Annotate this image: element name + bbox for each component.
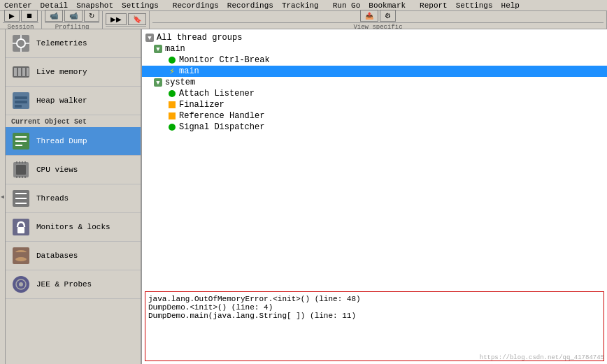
tree-thread-signal-icon xyxy=(167,122,177,132)
watermark: https://blog.csdn.net/qq_41784745 xyxy=(480,354,604,361)
toolbar-run-label xyxy=(106,26,146,27)
menu-report[interactable]: Report xyxy=(415,1,452,10)
sidebar-collapse-handle[interactable]: ◀ xyxy=(0,29,6,364)
tree-thread-attach-icon xyxy=(167,89,177,99)
memory-icon xyxy=(11,62,31,82)
toolbar-profiling-btn3[interactable]: ↻ xyxy=(84,10,99,22)
menu-recordings1[interactable]: Recordings xyxy=(169,1,223,10)
menu-settings[interactable]: Settings xyxy=(117,1,163,10)
tree-thread-main-icon: ⚡ xyxy=(167,66,177,76)
menu-run-go[interactable]: Run Go xyxy=(329,1,365,10)
menu-settings2[interactable]: Settings xyxy=(452,1,497,10)
sidebar-label-databases: Databases xyxy=(36,252,78,260)
threads-icon xyxy=(11,189,31,208)
sidebar-label-telemetries: Telemetries xyxy=(36,39,87,48)
tree-thread-finalizer-icon xyxy=(167,100,177,110)
sidebar-item-live-memory[interactable]: Live memory xyxy=(6,58,141,87)
svg-point-41 xyxy=(19,282,23,286)
svg-rect-7 xyxy=(14,68,17,76)
toolbar-profiling: 📹 📹 ↻ Profiling xyxy=(42,11,103,29)
db-icon xyxy=(11,246,31,265)
svg-rect-8 xyxy=(18,68,21,76)
toolbar-run-btn1[interactable]: ▶▶ xyxy=(106,13,127,25)
tree-thread-monitor-ctrl-break[interactable]: Monitor Ctrl-Break xyxy=(142,54,607,66)
svg-rect-10 xyxy=(27,68,29,76)
svg-text:▼: ▼ xyxy=(156,80,160,87)
sidebar-label-heap-walker: Heap walker xyxy=(36,96,87,105)
toolbar-run-go: ▶▶ 🔖 xyxy=(103,11,150,29)
thread-dump-icon xyxy=(11,131,31,151)
toolbar-profiling-btn1[interactable]: 📹 xyxy=(45,10,63,22)
menu-center[interactable]: Center xyxy=(0,1,36,10)
tree-group-system-icon: ▼ xyxy=(153,78,163,87)
tree-thread-attach-label: Attach Listener xyxy=(179,89,255,99)
sidebar-item-threads[interactable]: Threads xyxy=(6,184,141,213)
tree-root-label: All thread groups xyxy=(157,33,242,43)
sidebar-label-monitors-locks: Monitors & locks xyxy=(36,223,110,231)
tree-root-icon: ▼ xyxy=(145,33,155,43)
tree-thread-attach-listener[interactable]: Attach Listener xyxy=(142,88,607,99)
svg-rect-12 xyxy=(15,96,27,99)
svg-rect-34 xyxy=(17,227,24,233)
sidebar-item-cpu-views[interactable]: CPU views xyxy=(6,156,141,184)
cpu-icon xyxy=(11,160,31,180)
toolbar: ▶ ⏹ Session 📹 📹 ↻ Profiling ▶▶ 🔖 📤 ⚙ Vie… xyxy=(0,11,607,29)
stack-line-1: java.lang.OutOfMemoryError.<init>() (lin… xyxy=(148,295,601,303)
menu-help[interactable]: Help xyxy=(497,1,524,10)
toolbar-vs-btn1[interactable]: 📤 xyxy=(360,10,378,22)
sidebar-item-telemetries[interactable]: Telemetries xyxy=(6,29,141,58)
svg-text:▼: ▼ xyxy=(156,46,160,53)
stack-line-3: DumpDemo.main(java.lang.String[ ]) (line… xyxy=(148,312,601,320)
sidebar-item-monitors-locks[interactable]: Monitors & locks xyxy=(6,213,141,242)
thread-tree[interactable]: ▼ All thread groups ▼ main Monitor Ctrl-… xyxy=(142,29,607,289)
svg-rect-20 xyxy=(16,165,26,175)
toolbar-session-btn2[interactable]: ⏹ xyxy=(21,10,38,22)
telemetry-icon xyxy=(11,34,31,53)
sidebar-item-jee-probes[interactable]: JEE & Probes xyxy=(6,270,141,299)
sidebar-item-heap-walker[interactable]: Heap walker xyxy=(6,87,141,115)
sidebar-item-databases[interactable]: Databases xyxy=(6,242,141,270)
sidebar-item-thread-dump[interactable]: Thread Dump xyxy=(6,127,141,156)
toolbar-view-specific: 📤 ⚙ View specific xyxy=(150,11,607,29)
tree-thread-reference-icon xyxy=(167,111,177,121)
right-panel: ▼ All thread groups ▼ main Monitor Ctrl-… xyxy=(142,29,607,364)
tree-thread-monitor-label: Monitor Ctrl-Break xyxy=(179,55,270,65)
toolbar-bookmark-btn[interactable]: 🔖 xyxy=(128,13,146,25)
lock-icon xyxy=(11,217,31,237)
menu-detail[interactable]: Detail xyxy=(36,1,73,10)
sidebar: Telemetries Live memory xyxy=(6,29,142,364)
toolbar-profiling-btn2[interactable]: 📹 xyxy=(64,10,83,22)
tree-thread-finalizer-label: Finalizer xyxy=(179,100,224,110)
menu-snapshot[interactable]: Snapshot xyxy=(72,1,117,10)
menu-bookmark[interactable]: Bookmark xyxy=(364,1,410,10)
toolbar-session-btn1[interactable]: ▶ xyxy=(4,10,20,22)
tree-thread-main[interactable]: ⚡ main xyxy=(142,66,607,77)
sidebar-label-jee-probes: JEE & Probes xyxy=(36,280,92,289)
main-content: ◀ Telemetries xyxy=(0,29,607,364)
sidebar-section-object-set: Current Object Set xyxy=(6,115,141,127)
tree-thread-signal-dispatcher[interactable]: Signal Dispatcher xyxy=(142,122,607,133)
jee-icon xyxy=(11,275,31,294)
tree-group-main-icon: ▼ xyxy=(153,44,163,54)
tree-group-system-label: system xyxy=(165,78,195,87)
tree-thread-monitor-icon xyxy=(167,55,177,65)
toolbar-vs-btn2[interactable]: ⚙ xyxy=(380,10,396,22)
tree-thread-reference-handler[interactable]: Reference Handler xyxy=(142,110,607,122)
toolbar-session: ▶ ⏹ Session xyxy=(0,11,42,29)
menu-recordings2[interactable]: Recordings xyxy=(223,1,278,10)
sidebar-label-cpu-views: CPU views xyxy=(36,166,78,174)
tree-thread-signal-label: Signal Dispatcher xyxy=(179,122,264,132)
tree-thread-main-label: main xyxy=(179,66,199,76)
tree-group-main[interactable]: ▼ main xyxy=(142,43,607,54)
stack-line-2: DumpDemo.<init>() (line: 4) xyxy=(148,303,601,312)
svg-point-38 xyxy=(15,257,27,261)
tree-root[interactable]: ▼ All thread groups xyxy=(142,32,607,43)
tree-group-main-label: main xyxy=(165,44,185,54)
svg-rect-9 xyxy=(22,68,25,76)
tree-thread-reference-label: Reference Handler xyxy=(179,111,264,121)
tree-group-system[interactable]: ▼ system xyxy=(142,77,607,88)
tree-thread-finalizer[interactable]: Finalizer xyxy=(142,99,607,110)
svg-rect-14 xyxy=(15,105,22,108)
sidebar-label-live-memory: Live memory xyxy=(36,68,87,76)
menu-tracking[interactable]: Tracking xyxy=(278,1,323,10)
